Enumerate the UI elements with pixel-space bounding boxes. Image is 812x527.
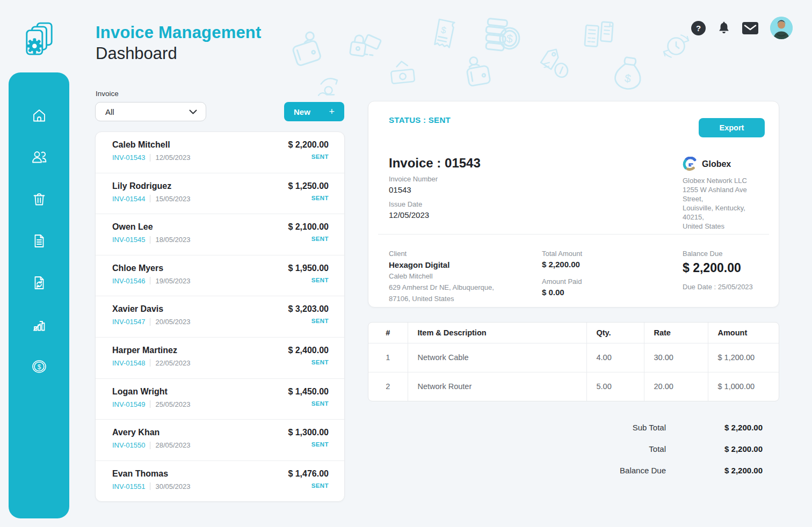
total-label: Total — [649, 444, 666, 453]
globex-logo-icon — [683, 157, 697, 171]
decor-lock-cards-icon — [344, 27, 386, 68]
invoice-date: 20/05/2023 — [155, 318, 190, 326]
decor-coins-stack-icon: $ — [479, 13, 524, 62]
balance-due-label: Balance Due — [683, 250, 753, 258]
sidebar-item-clients[interactable] — [27, 145, 52, 170]
column-header-desc: Item & Description — [408, 323, 586, 343]
client-contact: Caleb Mitchell — [389, 272, 494, 281]
client-name: Evan Thomas — [112, 469, 191, 479]
item-num: 1 — [368, 343, 408, 372]
invoice-amount: $ 3,203.00 — [288, 304, 329, 314]
invoice-number-link: INV-01544 — [112, 195, 145, 203]
invoice-list-item[interactable]: Logan Wright INV-01549 25/05/2023 $ 1,45… — [96, 379, 344, 420]
export-button[interactable]: Export — [699, 118, 765, 137]
invoice-list: Caleb Mitchell INV-01543 12/05/2023 $ 2,… — [95, 131, 345, 502]
table-row: 2 Network Router 5.00 20.00 $ 1,000.00 — [368, 372, 779, 401]
total-label: Balance Due — [620, 466, 666, 475]
balance-due-value: $ 2,200.00 — [683, 261, 753, 275]
bell-icon — [717, 21, 730, 35]
invoice-amount: $ 1,950.00 — [288, 264, 329, 273]
sidebar-item-payments[interactable]: $ — [27, 354, 52, 379]
total-value: $ 2,200.00 — [694, 423, 763, 432]
column-header-rate: Rate — [644, 323, 708, 343]
invoice-amount: $ 2,100.00 — [288, 222, 329, 232]
client-name: Caleb Mitchell — [112, 140, 191, 150]
invoice-list-item[interactable]: Xavier Davis INV-01547 20/05/2023 $ 3,20… — [96, 296, 344, 338]
item-rate: 30.00 — [644, 343, 708, 372]
status-badge: SENT — [288, 195, 329, 201]
invoice-list-item[interactable]: Caleb Mitchell INV-01543 12/05/2023 $ 2,… — [96, 132, 344, 173]
client-name: Avery Khan — [112, 428, 191, 437]
gear-icon — [27, 38, 42, 54]
company-address-line: Louisville, Kentucky, 40215, — [683, 203, 769, 222]
item-amount: $ 1,200.00 — [708, 343, 779, 372]
invoice-list-item[interactable]: Chloe Myers INV-01546 19/05/2023 $ 1,950… — [96, 255, 344, 297]
client-label: Client — [389, 250, 494, 258]
company-address-line: Globex Network LLC — [683, 176, 769, 185]
invoice-number-link: INV-01546 — [112, 277, 145, 285]
invoice-date: 22/05/2023 — [155, 359, 190, 367]
invoice-list-item[interactable]: Harper Martinez INV-01548 22/05/2023 $ 2… — [96, 338, 344, 379]
page-subtitle: Dashboard — [96, 43, 262, 64]
sidebar-item-trash[interactable] — [27, 187, 52, 211]
total-row: Total $ 2,200.00 — [591, 438, 763, 459]
invoice-date: 19/05/2023 — [155, 277, 190, 285]
decor-price-tag-icon — [533, 44, 571, 84]
decor-wallet-person-icon — [285, 25, 334, 76]
invoice-amount: $ 1,476.00 — [288, 469, 329, 479]
invoice-filter-select[interactable]: All — [95, 102, 206, 121]
client-block: Client Hexagon Digital Caleb Mitchell 62… — [389, 250, 494, 303]
issue-date-label: Issue Date — [389, 200, 429, 208]
page-title: Invoice Management Dashboard — [96, 23, 262, 64]
svg-text:$: $ — [624, 71, 632, 84]
invoice-detail-card: STATUS : SENT Export Invoice : 01543 Inv… — [368, 101, 779, 308]
divider — [150, 277, 150, 284]
new-invoice-button[interactable]: New + — [284, 102, 344, 121]
company-block: Globex Globex Network LLC 1255 W Ashland… — [683, 157, 769, 231]
invoice-amount: $ 1,250.00 — [288, 181, 329, 191]
total-amount-label: Total Amount — [542, 250, 582, 258]
invoice-status-label: STATUS : SENT — [389, 115, 451, 125]
table-row: 1 Network Cable 4.00 30.00 $ 1,200.00 — [368, 343, 779, 372]
client-name: Lily Rodriguez — [112, 181, 191, 191]
sidebar-item-documents[interactable] — [27, 229, 52, 253]
invoice-amount: $ 1,450.00 — [288, 387, 329, 397]
sidebar: $ — [9, 72, 69, 518]
invoice-list-item[interactable]: Avery Khan INV-01550 28/05/2023 $ 1,300.… — [96, 420, 344, 461]
svg-text:$: $ — [37, 363, 41, 371]
home-icon — [31, 107, 47, 123]
decor-invoice-pair-icon — [580, 16, 618, 54]
notifications-button[interactable] — [717, 21, 730, 35]
invoice-date: 30/05/2023 — [155, 482, 190, 491]
invoice-number-label: Invoice Number — [389, 175, 438, 183]
column-header-num: # — [368, 323, 408, 343]
new-button-label: New — [294, 107, 310, 116]
status-badge: SENT — [288, 441, 329, 448]
client-name: Harper Martinez — [112, 346, 191, 355]
total-value: $ 2,200.00 — [694, 466, 763, 475]
amount-paid-label: Amount Paid — [542, 277, 582, 286]
item-description: Network Router — [408, 372, 586, 401]
issue-date-value: 12/05/2023 — [389, 210, 429, 219]
item-amount: $ 1,000.00 — [708, 372, 779, 401]
header-actions: ? — [691, 17, 793, 39]
status-badge: SENT — [288, 236, 329, 242]
divider — [150, 195, 150, 202]
help-icon[interactable]: ? — [691, 21, 706, 35]
decor-wallet-icon — [460, 50, 499, 96]
decor-money-bill-icon — [386, 57, 419, 89]
decor-money-bag-icon: $ — [608, 50, 649, 98]
sidebar-item-home[interactable] — [27, 103, 52, 128]
invoice-list-item[interactable]: Lily Rodriguez INV-01544 15/05/2023 $ 1,… — [96, 173, 344, 215]
divider — [150, 400, 150, 408]
mail-button[interactable] — [742, 22, 758, 34]
sidebar-item-sync-documents[interactable] — [27, 270, 52, 295]
invoice-list-item[interactable]: Evan Thomas INV-01551 30/05/2023 $ 1,476… — [96, 461, 344, 502]
client-name: Xavier Davis — [112, 304, 191, 314]
avatar[interactable] — [770, 17, 793, 39]
column-header-amount: Amount — [708, 323, 779, 343]
decor-receipt-icon: $ — [427, 16, 459, 52]
total-row: Sub Total $ 2,200.00 — [591, 416, 763, 438]
sidebar-item-analytics[interactable] — [27, 312, 52, 337]
invoice-list-item[interactable]: Owen Lee INV-01545 18/05/2023 $ 2,100.00… — [96, 214, 344, 255]
